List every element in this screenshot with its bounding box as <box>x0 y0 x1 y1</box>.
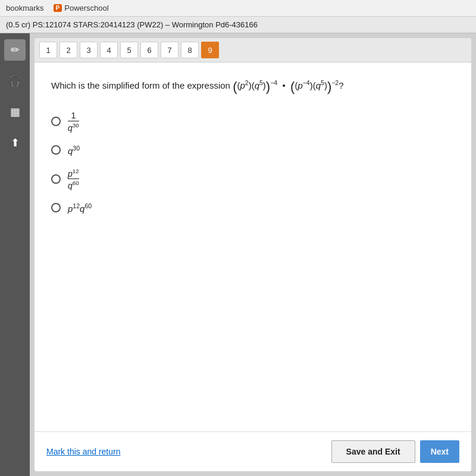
next-button[interactable]: Next <box>420 440 459 463</box>
tab-2[interactable]: 2 <box>60 42 77 58</box>
option-b-math: q30 <box>68 145 80 156</box>
page-header: (0.5 cr) PS:121074 STARS:20414123 (PW22)… <box>0 17 476 33</box>
tab-bar: 1 2 3 4 5 6 7 8 9 <box>35 38 471 62</box>
save-exit-button[interactable]: Save and Exit <box>331 440 415 463</box>
option-a[interactable]: 1 q30 <box>51 111 455 133</box>
powerschool-label: Powerschool <box>64 4 108 12</box>
question-panel: 1 2 3 4 5 6 7 8 9 Which is the simplifie… <box>35 38 471 471</box>
mark-return-link[interactable]: Mark this and return <box>46 447 121 456</box>
tab-9[interactable]: 9 <box>201 42 219 58</box>
main-layout: ✏ 🎧 ▦ ⬆ 1 2 3 4 5 6 7 8 9 Which is th <box>0 33 476 476</box>
radio-c[interactable] <box>51 174 61 184</box>
question-footer: Mark this and return Save and Exit Next <box>35 431 471 471</box>
option-b[interactable]: q30 <box>51 145 455 156</box>
tab-8[interactable]: 8 <box>181 42 199 58</box>
browser-top-bar: bookmarks P Powerschool <box>0 0 476 17</box>
bookmarks-label: bookmarks <box>6 4 44 12</box>
question-text: Which is the simplified form of the expr… <box>51 77 455 96</box>
radio-a[interactable] <box>51 117 61 126</box>
powerschool-link[interactable]: P Powerschool <box>54 4 109 12</box>
math-expression: ((p2)(q5))−4 • ((p−4)(q5))−2? <box>233 77 343 96</box>
option-d[interactable]: p12q60 <box>51 202 455 214</box>
sidebar: ✏ 🎧 ▦ ⬆ <box>0 33 30 476</box>
calculator-icon[interactable]: ▦ <box>4 101 26 123</box>
option-c[interactable]: p12 q60 <box>51 168 455 190</box>
tab-3[interactable]: 3 <box>80 42 98 58</box>
option-c-math: p12 q60 <box>68 168 79 190</box>
tab-5[interactable]: 5 <box>120 42 138 58</box>
option-a-math: 1 q30 <box>68 111 79 133</box>
question-prefix: Which is the simplified form of the expr… <box>51 80 233 90</box>
footer-buttons: Save and Exit Next <box>331 440 459 463</box>
radio-b[interactable] <box>51 145 61 155</box>
content-area: 1 2 3 4 5 6 7 8 9 Which is the simplifie… <box>30 33 476 476</box>
tab-1[interactable]: 1 <box>39 42 57 58</box>
option-d-math: p12q60 <box>68 202 92 214</box>
up-arrow-icon[interactable]: ⬆ <box>4 132 26 154</box>
headphones-icon[interactable]: 🎧 <box>4 70 26 92</box>
radio-d[interactable] <box>51 203 61 212</box>
tab-7[interactable]: 7 <box>161 42 178 58</box>
question-body: Which is the simplified form of the expr… <box>35 62 471 431</box>
tab-4[interactable]: 4 <box>100 42 118 58</box>
ps-icon: P <box>54 4 62 12</box>
pencil-icon[interactable]: ✏ <box>4 39 26 61</box>
answer-options: 1 q30 q30 <box>51 111 455 214</box>
page-title: (0.5 cr) PS:121074 STARS:20414123 (PW22)… <box>6 20 258 29</box>
tab-6[interactable]: 6 <box>140 42 158 58</box>
